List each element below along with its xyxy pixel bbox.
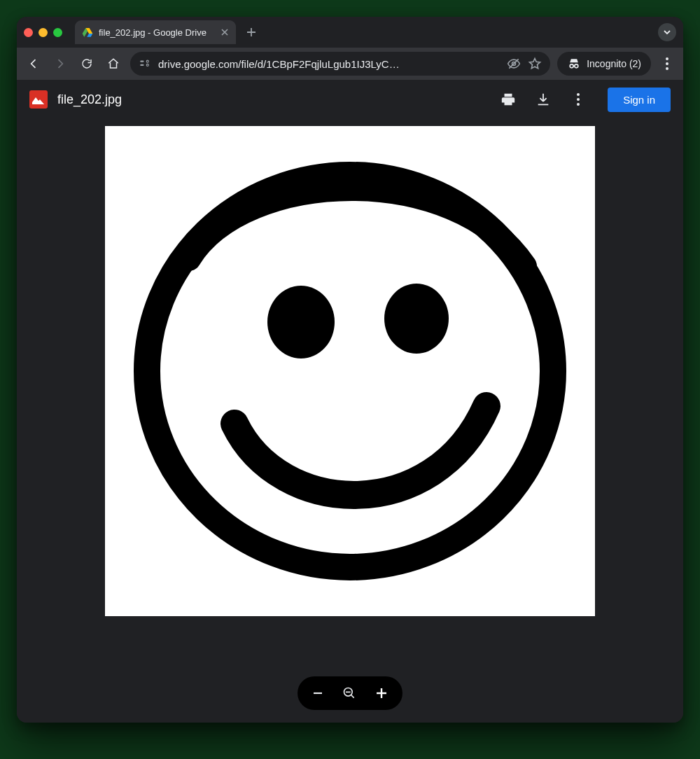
zoom-reset-button[interactable] [342, 686, 356, 700]
svg-point-2 [146, 60, 148, 62]
svg-point-7 [666, 57, 668, 60]
incognito-label: Incognito (2) [587, 58, 641, 69]
browser-toolbar: drive.google.com/file/d/1CBpF2FqjluLgub1… [17, 48, 683, 80]
svg-point-10 [577, 93, 580, 96]
print-button[interactable] [496, 87, 521, 112]
image-viewer [17, 119, 683, 723]
window-controls [24, 28, 62, 37]
address-bar[interactable]: drive.google.com/file/d/1CBpF2FqjluLgub1… [130, 52, 550, 76]
download-button[interactable] [531, 87, 556, 112]
minimize-window-button[interactable] [38, 28, 48, 37]
svg-point-12 [577, 103, 580, 106]
incognito-icon [567, 57, 581, 71]
zoom-in-button[interactable] [374, 686, 388, 700]
svg-point-11 [577, 98, 580, 101]
svg-point-3 [146, 64, 148, 66]
tab-title: file_202.jpg - Google Drive [99, 27, 215, 38]
more-actions-button[interactable] [566, 87, 591, 112]
svg-rect-1 [140, 64, 144, 66]
file-type-icon [29, 90, 48, 109]
new-tab-button[interactable] [241, 27, 261, 38]
svg-rect-0 [140, 61, 144, 62]
zoom-out-button[interactable] [312, 687, 324, 699]
tab-overflow-button[interactable] [658, 23, 676, 41]
sign-in-button[interactable]: Sign in [608, 88, 671, 112]
browser-tab[interactable]: file_202.jpg - Google Drive [75, 20, 236, 44]
fullscreen-window-button[interactable] [53, 28, 62, 37]
svg-point-14 [267, 286, 335, 358]
eye-off-icon[interactable] [507, 57, 521, 71]
url-text: drive.google.com/file/d/1CBpF2FqjluLgub1… [158, 58, 500, 70]
svg-point-8 [666, 62, 668, 65]
close-tab-button[interactable] [220, 28, 229, 36]
site-settings-icon[interactable] [139, 57, 151, 70]
zoom-toolbar [298, 676, 402, 710]
browser-window: file_202.jpg - Google Drive [17, 17, 683, 723]
tab-strip: file_202.jpg - Google Drive [17, 17, 683, 48]
incognito-indicator[interactable]: Incognito (2) [557, 52, 651, 76]
drive-favicon-icon [82, 27, 93, 38]
svg-point-5 [570, 64, 573, 68]
file-name: file_202.jpg [57, 92, 486, 107]
close-window-button[interactable] [24, 28, 33, 37]
back-button[interactable] [24, 54, 43, 74]
svg-point-15 [384, 284, 449, 354]
svg-point-6 [575, 64, 578, 68]
image-content [105, 126, 595, 616]
bookmark-star-icon[interactable] [528, 57, 542, 71]
browser-menu-button[interactable] [658, 57, 676, 70]
svg-point-9 [666, 67, 668, 70]
forward-button[interactable] [50, 54, 70, 74]
drive-header: file_202.jpg Sign in [17, 80, 683, 119]
home-button[interactable] [104, 54, 123, 74]
reload-button[interactable] [77, 54, 97, 74]
